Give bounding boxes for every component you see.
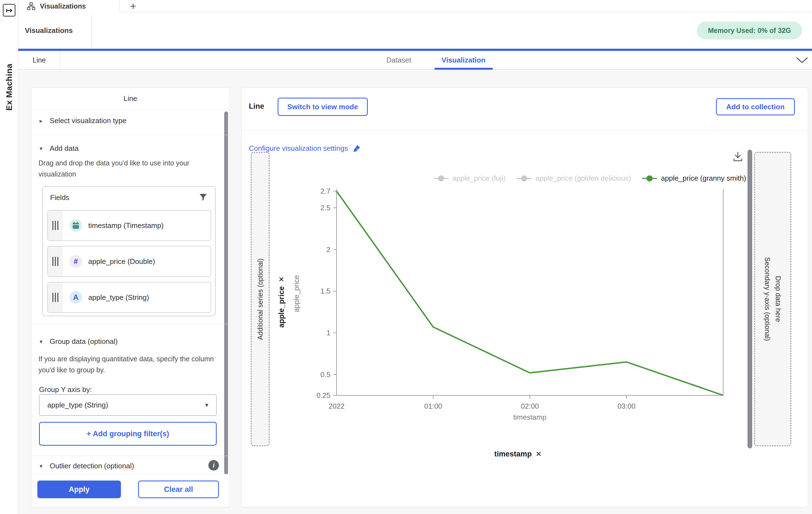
section-select-type[interactable]: ▸ Select visualization type [39, 117, 126, 125]
brand-rail: ↦ Ex Machina [0, 0, 18, 514]
divider [31, 110, 229, 110]
paintbrush-icon [352, 144, 360, 153]
secondary-y-axis-labels: Drop data here Secondary y-axis (optiona… [762, 257, 783, 341]
app-window: ↦ Ex Machina Visualizations + Visualizat… [0, 0, 812, 514]
y-tick-label: 2.5 [320, 204, 330, 212]
additional-series-dropzone[interactable]: Additional series (optional) [251, 152, 269, 446]
x-tick-label: 03:00 [617, 402, 635, 410]
line-chart[interactable]: 2.72.521.510.50.25202201:0002:0003:00 [305, 177, 736, 429]
y-tick-label: 2.7 [320, 187, 330, 195]
divider [31, 456, 229, 456]
clear-all-button[interactable]: Clear all [138, 481, 219, 498]
section-label: Group data (optional) [50, 337, 118, 346]
calendar-icon [69, 219, 82, 232]
divider [31, 474, 229, 474]
document-tab-label: Visualizations [40, 2, 86, 10]
group-by-value: apple_type (String) [47, 401, 108, 410]
letter-icon: A [69, 291, 82, 304]
group-y-axis-label: Group Y axis by: [39, 385, 92, 394]
chevron-down-icon[interactable] [796, 57, 808, 64]
header: Visualizations Memory Used: 0% of 32G [18, 12, 812, 49]
x-tick-label: 02:00 [521, 402, 539, 410]
visualization-card: Line Switch to view mode Add to collecti… [241, 87, 808, 507]
field-label: apple_type (String) [88, 293, 149, 302]
section-label: Add data [50, 144, 79, 153]
pane-divider [91, 12, 92, 49]
x-tick-label: 2022 [328, 402, 345, 410]
new-tab-button[interactable]: + [125, 0, 141, 12]
configure-settings-label: Configure visualization settings [249, 144, 348, 153]
y-tick-label: 0.5 [320, 370, 330, 379]
y-tick-label: 1 [326, 329, 330, 337]
expand-sidebar-icon[interactable]: ↦ [3, 4, 16, 17]
hierarchy-icon [27, 2, 35, 11]
panel-scrollbar[interactable] [224, 112, 228, 475]
fields-title: Fields [50, 193, 69, 202]
divider [31, 324, 229, 324]
apply-button[interactable]: Apply [37, 481, 121, 498]
brand-name-wrap: Ex Machina [0, 44, 18, 130]
section-label: Select visualization type [50, 117, 126, 125]
section-outlier[interactable]: ▾ Outlier detection (optional) [39, 462, 134, 470]
info-icon[interactable]: i [208, 460, 219, 471]
tab-visualization[interactable]: Visualization [442, 56, 486, 64]
group-by-select[interactable]: apple_type (String) ▾ [39, 394, 217, 416]
chevron-down-icon: ▾ [39, 463, 42, 470]
x-axis-title: timestamp [337, 413, 723, 422]
additional-series-label: Additional series (optional) [256, 259, 264, 340]
field-item[interactable]: timestamp (Timestamp) [47, 210, 211, 241]
fields-box: Fields timestamp (Timestamp)#apple_price… [42, 186, 215, 316]
filter-icon[interactable] [199, 193, 207, 202]
document-tab[interactable]: Visualizations [18, 0, 120, 12]
secondary-y-axis-dropzone[interactable]: Drop data here Secondary y-axis (optiona… [754, 152, 791, 446]
field-item[interactable]: #apple_price (Double) [47, 246, 211, 277]
section-group-data[interactable]: ▾ Group data (optional) [39, 337, 118, 346]
y-axis-title: apple_price [292, 275, 301, 312]
field-item[interactable]: Aapple_type (String) [47, 282, 211, 313]
add-grouping-filter-button[interactable]: + Add grouping filter(s) [39, 422, 217, 446]
y-tick-label: 2 [326, 245, 330, 254]
x-axis-pill-label: timestamp [494, 450, 532, 458]
drag-handle-icon[interactable] [48, 246, 63, 276]
memory-badge: Memory Used: 0% of 32G [697, 22, 802, 39]
secondary-y-axis-label: Secondary y-axis (optional) [762, 257, 773, 341]
chevron-right-icon: ▸ [39, 118, 42, 124]
download-icon[interactable] [732, 151, 743, 162]
view-tab-row: Line Dataset Visualization [18, 51, 812, 69]
section-add-data[interactable]: ▾ Add data [39, 144, 79, 153]
switch-view-mode-button[interactable]: Switch to view mode [278, 98, 368, 116]
configure-settings-link[interactable]: Configure visualization settings [249, 144, 360, 153]
resize-handle[interactable] [748, 150, 752, 448]
field-label: apple_price (Double) [88, 257, 155, 266]
remove-x-series-icon[interactable]: ✕ [535, 450, 542, 458]
config-panel: Line ▸ Select visualization type ▾ Add d… [31, 87, 230, 507]
viz-tab-line[interactable]: Line [18, 51, 60, 69]
tab-strip: Visualizations + [18, 0, 812, 12]
drag-handle-icon[interactable] [48, 282, 63, 312]
drop-data-here-label: Drop data here [773, 257, 783, 341]
x-axis-pill-wrap: timestamp✕ [325, 450, 711, 458]
center-tabs: Dataset Visualization [386, 51, 486, 69]
x-axis-pill[interactable]: timestamp✕ [494, 450, 542, 458]
section-label: Outlier detection (optional) [50, 462, 134, 470]
caret-down-icon: ▾ [205, 401, 208, 409]
accent-bar [18, 49, 812, 51]
series-line [337, 191, 723, 395]
tab-dataset[interactable]: Dataset [386, 56, 411, 64]
y-tick-label: 0.25 [316, 391, 330, 399]
drag-handle-icon[interactable] [48, 211, 63, 240]
page-title: Visualizations [25, 12, 73, 49]
x-tick-label: 01:00 [424, 402, 442, 410]
add-to-collection-button[interactable]: Add to collection [716, 98, 795, 115]
field-label: timestamp (Timestamp) [88, 221, 164, 230]
number-icon: # [69, 255, 82, 268]
group-data-hint: If you are displaying quantitative data,… [38, 353, 222, 375]
arrow-from-bar-icon: ↦ [6, 6, 12, 15]
viz-type-label: Line [249, 102, 264, 111]
chevron-down-icon: ▾ [39, 145, 42, 152]
brand-name: Ex Machina [4, 64, 14, 111]
panel-title: Line [31, 94, 229, 103]
chevron-down-icon: ▾ [39, 338, 42, 345]
divider [31, 135, 229, 135]
y-tick-label: 1.5 [320, 287, 330, 295]
